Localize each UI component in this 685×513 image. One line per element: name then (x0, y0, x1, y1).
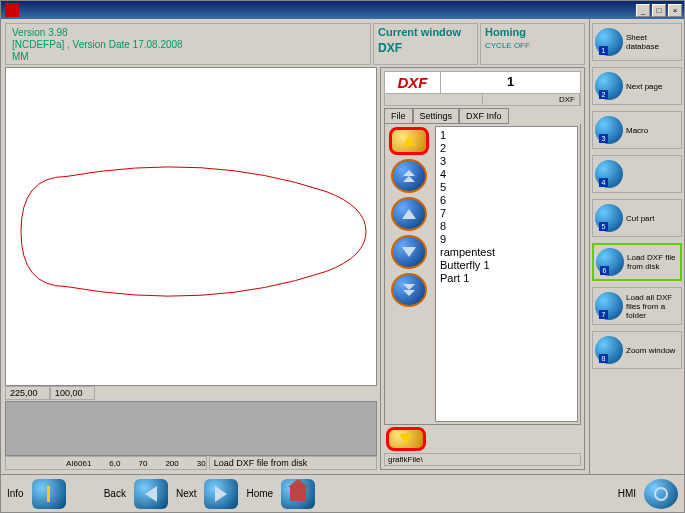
nav-page-down-button[interactable] (391, 273, 427, 307)
next-page-icon: 2 (595, 72, 623, 100)
dxf-sub-label: DXF (483, 94, 581, 105)
list-item[interactable]: Butterfly 1 (440, 259, 573, 272)
current-window-box: Current window DXF (373, 23, 478, 65)
sidebar-sheet-database[interactable]: 1 Sheet database (592, 23, 682, 61)
nav-down-button[interactable] (391, 235, 427, 269)
sidebar-label: Zoom window (626, 346, 675, 355)
dxf-logo: DXF (385, 72, 440, 93)
hmi-icon (654, 487, 668, 501)
version-line3: MM (12, 51, 364, 63)
current-window-title: Current window (378, 26, 473, 38)
homing-box: Homing CYCLE OFF (480, 23, 585, 65)
arrow-up-light-icon (402, 209, 416, 219)
status-text: Load DXF file from disk (209, 456, 377, 470)
sidebar-label: Macro (626, 126, 648, 135)
tab-file[interactable]: File (384, 108, 413, 124)
dxf-sub-empty (385, 94, 483, 105)
sidebar-load-dxf[interactable]: 6 Load DXF file from disk (592, 243, 682, 281)
coord-y: 100,00 (50, 386, 95, 400)
list-item[interactable]: 4 (440, 168, 573, 181)
info-button[interactable] (32, 479, 66, 509)
sidebar-item-4[interactable]: 4 (592, 155, 682, 193)
homing-value: CYCLE OFF (485, 41, 580, 50)
cut-icon: 5 (595, 204, 623, 232)
material-ruler: AI6061 6,0 70 200 30 (5, 456, 207, 470)
sidebar-load-all-dxf[interactable]: 7 Load all DXF files from a folder (592, 287, 682, 325)
sidebar-label: Load all DXF files from a folder (626, 293, 679, 320)
close-button[interactable]: × (668, 4, 682, 17)
maximize-button[interactable]: □ (652, 4, 666, 17)
load-folder-icon: 7 (595, 292, 623, 320)
database-icon: 1 (595, 28, 623, 56)
nav-up-button[interactable] (391, 197, 427, 231)
arrow-right-icon (215, 486, 227, 502)
hmi-label: HMI (618, 488, 636, 499)
home-label: Home (246, 488, 273, 499)
back-button[interactable] (134, 479, 168, 509)
arrow-left-icon (145, 486, 157, 502)
homing-title: Homing (485, 26, 580, 38)
grafik-path: grafikFile\ (384, 453, 581, 466)
file-list[interactable]: 1 2 3 4 5 6 7 8 9 rampentest Butterfly 1… (435, 126, 578, 422)
sidebar-macro[interactable]: 3 Macro (592, 111, 682, 149)
list-item[interactable]: 3 (440, 155, 573, 168)
nav-bottom-button[interactable] (386, 427, 426, 451)
list-item[interactable]: Part 1 (440, 272, 573, 285)
back-label: Back (104, 488, 126, 499)
arrow-up-icon (402, 136, 416, 146)
titlebar: _ □ × (1, 1, 684, 19)
list-item[interactable]: 7 (440, 207, 573, 220)
sidebar-label: Load DXF file from disk (627, 253, 678, 271)
info-label: Info (7, 488, 24, 499)
nav-top-button[interactable] (389, 127, 429, 155)
coordinates-bar: 225,00 100,00 (5, 386, 377, 400)
version-line2: [NCDEFPa] , Version Date 17.08.2008 (12, 39, 364, 51)
list-item[interactable]: 5 (440, 181, 573, 194)
bottombar: Info Back Next Home HMI (1, 474, 684, 512)
ruler-v3: 70 (138, 459, 147, 468)
sidebar: 1 Sheet database 2 Next page 3 Macro 4 5… (589, 19, 684, 474)
sidebar-next-page[interactable]: 2 Next page (592, 67, 682, 105)
hmi-button[interactable] (644, 479, 678, 509)
list-item[interactable]: 8 (440, 220, 573, 233)
sidebar-label: Sheet database (626, 33, 679, 51)
list-item[interactable]: rampentest (440, 246, 573, 259)
double-arrow-up-icon (403, 170, 415, 182)
list-item[interactable]: 9 (440, 233, 573, 246)
ruler-v2: 6,0 (109, 459, 120, 468)
home-icon (290, 487, 306, 501)
macro-icon: 3 (595, 116, 623, 144)
version-info: Version 3.98 [NCDEFPa] , Version Date 17… (5, 23, 371, 65)
sidebar-label: Next page (626, 82, 662, 91)
sidebar-zoom-window[interactable]: 8 Zoom window (592, 331, 682, 369)
sphere-icon: 4 (595, 160, 623, 188)
load-file-icon: 6 (596, 248, 624, 276)
coord-x: 225,00 (5, 386, 50, 400)
home-button[interactable] (281, 479, 315, 509)
tab-dxf-info[interactable]: DXF Info (459, 108, 509, 124)
next-button[interactable] (204, 479, 238, 509)
sidebar-cut-part[interactable]: 5 Cut part (592, 199, 682, 237)
info-icon (47, 486, 50, 502)
version-line1: Version 3.98 (12, 27, 364, 39)
log-panel (5, 401, 377, 456)
next-label: Next (176, 488, 197, 499)
ruler-v5: 30 (197, 459, 206, 468)
nav-page-up-button[interactable] (391, 159, 427, 193)
ruler-v1: AI6061 (66, 459, 91, 468)
zoom-icon: 8 (595, 336, 623, 364)
arrow-down-icon (399, 434, 413, 444)
list-item[interactable]: 6 (440, 194, 573, 207)
list-item[interactable]: 1 (440, 129, 573, 142)
drawing-canvas[interactable] (5, 67, 377, 386)
minimize-button[interactable]: _ (636, 4, 650, 17)
current-window-value: DXF (378, 41, 473, 55)
sidebar-label: Cut part (626, 214, 654, 223)
dxf-number: 1 (440, 72, 580, 93)
list-item[interactable]: 2 (440, 142, 573, 155)
ruler-v4: 200 (165, 459, 178, 468)
arrow-down-light-icon (402, 247, 416, 257)
double-arrow-down-icon (403, 284, 415, 296)
tab-settings[interactable]: Settings (413, 108, 460, 124)
app-icon (5, 3, 19, 17)
